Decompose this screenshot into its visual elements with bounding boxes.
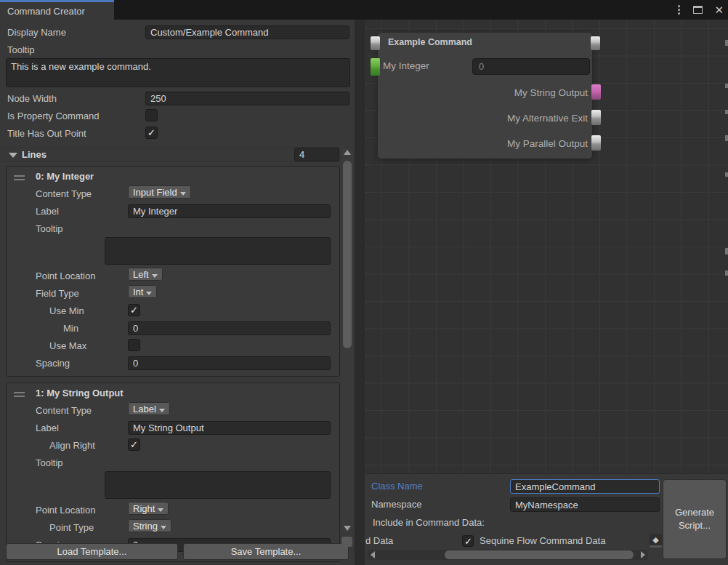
tooltip-label-row: Tooltip xyxy=(7,456,331,468)
node-width-label: Node Width xyxy=(7,93,57,104)
use-min-row: Use Min xyxy=(7,304,331,318)
my-string-output-pin[interactable] xyxy=(591,84,601,100)
is-property-command-row: Is Property Command xyxy=(0,109,350,123)
scrollbar-thumb[interactable] xyxy=(343,161,352,348)
tooltip-textarea-wrap xyxy=(105,237,331,265)
label-row: Label xyxy=(7,204,331,218)
scroll-up-icon[interactable] xyxy=(344,150,351,155)
line-0-tooltip-textarea[interactable] xyxy=(105,237,331,265)
content-type-dropdown[interactable]: Label xyxy=(128,402,170,415)
scroll-left-icon[interactable] xyxy=(371,551,375,558)
node-width-input[interactable] xyxy=(145,92,349,105)
hscrollbar-thumb[interactable] xyxy=(445,550,634,559)
example-command-node[interactable]: Example Command My Integer My String Out… xyxy=(378,33,592,159)
spacing-input[interactable] xyxy=(128,356,331,370)
use-max-checkbox[interactable] xyxy=(128,339,140,351)
field-type-label: Field Type xyxy=(36,288,79,299)
content-type-row: Content Type Label xyxy=(7,404,331,417)
load-template-button[interactable]: Load Template... xyxy=(6,543,178,560)
my-parallel-output-label: My Parallel Output xyxy=(507,138,588,149)
chevron-down-icon xyxy=(152,274,158,278)
label-input[interactable] xyxy=(128,204,331,218)
scroll-right-icon[interactable] xyxy=(641,551,645,558)
tooltip-textarea[interactable]: This is a new example command. xyxy=(6,58,350,87)
foldout-arrow-icon xyxy=(9,153,17,158)
content-type-label: Content Type xyxy=(36,188,92,199)
canvas-edge-artifact xyxy=(725,248,728,255)
line-0-title: 0: My Integer xyxy=(36,171,94,182)
drag-handle-icon[interactable] xyxy=(14,392,25,399)
inspector-scrollbar[interactable] xyxy=(341,148,353,533)
sequine-flow-command-data-label: Sequine Flow Command Data xyxy=(480,535,605,546)
save-template-button[interactable]: Save Template... xyxy=(183,543,349,560)
kebab-menu-icon[interactable] xyxy=(676,4,682,16)
line-1-header[interactable]: 1: My String Output xyxy=(7,386,339,404)
line-section-0: 0: My Integer Content Type Input Field L… xyxy=(6,166,340,377)
class-name-input[interactable] xyxy=(510,479,660,494)
object-picker-icon[interactable]: ◆ xyxy=(650,534,662,548)
use-min-checkbox[interactable] xyxy=(128,304,140,316)
content-type-row: Content Type Input Field xyxy=(7,187,331,201)
display-name-label: Display Name xyxy=(7,27,66,38)
clipped-data-label: d Data xyxy=(365,535,393,546)
tooltip-label: Tooltip xyxy=(36,223,63,234)
my-alternative-exit-pin[interactable] xyxy=(591,110,601,125)
tab-command-creator[interactable]: Command Creator xyxy=(0,0,114,20)
display-name-input[interactable] xyxy=(145,25,349,39)
generator-hscrollbar[interactable] xyxy=(368,550,648,560)
label-label: Label xyxy=(36,206,59,217)
line-1-title: 1: My String Output xyxy=(36,388,124,398)
command-data-row: d Data Sequine Flow Command Data ◆ xyxy=(365,535,663,548)
min-input[interactable] xyxy=(128,321,331,335)
node-out-pin[interactable] xyxy=(591,36,600,50)
label-input[interactable] xyxy=(128,421,331,435)
node-preview-canvas[interactable]: Example Command My Integer My String Out… xyxy=(365,20,728,473)
content-type-dropdown[interactable]: Input Field xyxy=(128,185,191,199)
node-width-row: Node Width xyxy=(0,92,350,105)
namespace-input[interactable] xyxy=(510,497,660,512)
content-type-label: Content Type xyxy=(36,405,92,416)
title-has-out-point-checkbox[interactable] xyxy=(145,127,158,139)
line-0-header[interactable]: 0: My Integer xyxy=(7,169,339,187)
sequine-flow-command-data-checkbox[interactable] xyxy=(462,535,474,547)
align-right-row: Align Right xyxy=(7,438,331,452)
tooltip-label: Tooltip xyxy=(7,44,35,55)
tooltip-label: Tooltip xyxy=(36,457,63,468)
chevron-down-icon xyxy=(146,292,152,295)
tooltip-label-row: Tooltip xyxy=(7,222,331,233)
point-type-dropdown[interactable]: String xyxy=(128,519,171,532)
chevron-down-icon xyxy=(159,409,165,412)
chevron-down-icon xyxy=(161,526,166,529)
lines-foldout-row[interactable]: Lines xyxy=(0,147,355,162)
tooltip-textarea-wrap: This is a new example command. xyxy=(6,58,350,87)
node-in-pin[interactable] xyxy=(371,36,380,50)
tab-title: Command Creator xyxy=(7,6,85,17)
is-property-command-checkbox[interactable] xyxy=(145,109,158,121)
point-type-row: Point Type String xyxy=(7,521,331,534)
point-location-dropdown[interactable]: Left xyxy=(128,268,163,281)
align-right-checkbox[interactable] xyxy=(128,438,140,451)
my-integer-label: My Integer xyxy=(383,60,429,71)
point-location-value: Right xyxy=(133,503,155,514)
lines-count-input[interactable] xyxy=(294,148,339,161)
field-type-value: Int xyxy=(133,286,143,297)
field-type-dropdown[interactable]: Int xyxy=(128,285,157,298)
line-1-tooltip-textarea[interactable] xyxy=(105,471,331,499)
title-has-out-point-label: Title Has Out Point xyxy=(7,128,86,139)
close-icon[interactable]: ✕ xyxy=(714,4,724,15)
my-integer-input-pin[interactable] xyxy=(371,58,380,76)
my-parallel-output-pin[interactable] xyxy=(591,135,601,151)
my-string-output-label: My String Output xyxy=(514,87,588,98)
generate-script-button[interactable]: Generate Script... xyxy=(663,479,727,559)
my-integer-field[interactable] xyxy=(472,58,590,75)
maximize-icon[interactable] xyxy=(693,6,703,14)
canvas-edge-artifact xyxy=(725,84,728,88)
scroll-down-icon[interactable] xyxy=(344,526,351,531)
include-in-command-data-label: Include in Command Data: xyxy=(373,517,485,528)
tooltip-textarea-wrap xyxy=(105,471,331,499)
drag-handle-icon[interactable] xyxy=(14,175,25,183)
lines-label: Lines xyxy=(22,149,46,160)
label-row: Label xyxy=(7,421,331,435)
panel-separator xyxy=(355,20,365,565)
point-location-dropdown[interactable]: Right xyxy=(128,502,169,515)
